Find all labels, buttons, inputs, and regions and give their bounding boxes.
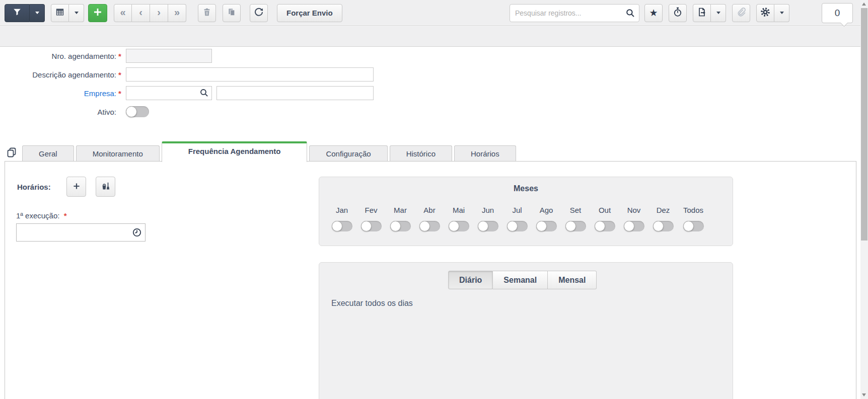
filter-button[interactable] <box>5 4 30 22</box>
tab-historico[interactable]: Histórico <box>390 145 452 162</box>
clear-horarios-button[interactable] <box>96 177 115 197</box>
month-jun: Jun <box>473 206 502 231</box>
month-toggle-mai[interactable] <box>449 221 469 231</box>
ativo-toggle[interactable] <box>126 106 149 117</box>
first-record-button[interactable]: « <box>114 4 132 22</box>
month-toggle-set[interactable] <box>565 221 586 231</box>
month-toggle-abr[interactable] <box>419 221 440 231</box>
tab-label: Diário <box>459 276 482 284</box>
settings-split-button <box>756 4 789 22</box>
tab-mensal[interactable]: Mensal <box>548 271 597 289</box>
add-record-button[interactable] <box>88 4 107 22</box>
month-toggle-ago[interactable] <box>536 221 557 231</box>
tab-geral[interactable]: Geral <box>22 145 74 162</box>
month-toggle-jul[interactable] <box>507 221 528 231</box>
primeira-execucao-input[interactable] <box>16 223 146 242</box>
month-toggle-mar[interactable] <box>390 221 411 231</box>
month-label: Abr <box>415 206 444 215</box>
empresa-name-input[interactable] <box>216 86 374 100</box>
vertical-scrollbar[interactable] <box>860 0 868 399</box>
month-toggle-dez[interactable] <box>653 221 674 231</box>
nro-agendamento-input[interactable] <box>126 49 212 63</box>
delete-button[interactable] <box>198 4 216 22</box>
form-row-empresa: Empresa: * <box>0 86 853 100</box>
month-set: Set <box>561 206 590 231</box>
filter-icon <box>13 8 22 18</box>
settings-button[interactable] <box>756 4 774 22</box>
required-marker: * <box>64 211 67 220</box>
tab-label: Horários <box>471 149 499 158</box>
primeira-execucao-wrap <box>16 223 146 242</box>
timer-button[interactable] <box>669 4 687 22</box>
descricao-agendamento-label: Descrição agendamento: <box>32 70 116 79</box>
ativo-label: Ativo: <box>97 108 116 116</box>
tab-horarios[interactable]: Horários <box>454 145 516 162</box>
next-record-button[interactable]: › <box>150 4 168 22</box>
month-toggle-jan[interactable] <box>332 221 352 231</box>
refresh-button[interactable] <box>250 4 268 22</box>
export-button[interactable] <box>693 4 711 22</box>
descricao-agendamento-input[interactable] <box>126 67 374 82</box>
form-row-ativo: Ativo: <box>0 105 853 119</box>
copy-icon <box>227 8 236 18</box>
settings-dropdown-button[interactable] <box>774 4 789 22</box>
empresa-lookup-wrap <box>126 86 212 100</box>
last-record-button[interactable]: » <box>168 4 186 22</box>
periodicidade-panel: Diário Semanal Mensal Executar todos os … <box>319 262 733 399</box>
search-input[interactable] <box>510 4 639 22</box>
attachment-button[interactable] <box>732 4 750 22</box>
gear-icon <box>760 7 770 19</box>
first-icon: « <box>120 7 125 18</box>
month-mar: Mar <box>386 206 415 231</box>
month-toggle-todos[interactable] <box>683 221 704 231</box>
caret-down-icon <box>716 12 720 14</box>
tab-monitoramento[interactable]: Monitoramento <box>76 145 160 162</box>
app-window: « ‹ › » Forçar Envio <box>0 0 868 399</box>
grid-split-button <box>51 4 84 22</box>
horarios-label: Horários: <box>17 183 51 191</box>
export-dropdown-button[interactable] <box>711 4 726 22</box>
tab-label: Monitoramento <box>93 149 143 158</box>
search-icon[interactable] <box>199 88 209 100</box>
empresa-label-link[interactable]: Empresa: <box>84 89 116 98</box>
month-label: Set <box>561 206 590 215</box>
tab-frequencia-agendamento[interactable]: Frequência Agendamento <box>162 141 308 162</box>
scroll-down-icon[interactable] <box>862 393 866 396</box>
month-mai: Mai <box>444 206 473 231</box>
month-toggle-out[interactable] <box>595 221 615 231</box>
meses-panel: Meses Jan Fev Mar Abr Mai Jun Jul Ago Se… <box>319 177 733 246</box>
record-form: Nro. agendamento: * Descrição agendament… <box>0 49 853 123</box>
force-send-button[interactable]: Forçar Envio <box>277 4 342 22</box>
ativo-label-wrap: Ativo: <box>0 108 126 116</box>
filter-split-button <box>5 4 45 22</box>
subheader-bar <box>0 27 868 47</box>
duplicate-tab-icon[interactable] <box>6 147 17 158</box>
tab-configuracao[interactable]: Configuração <box>309 145 387 162</box>
next-icon: › <box>157 7 161 18</box>
scrollbar-thumb[interactable] <box>861 8 867 241</box>
file-export-icon <box>697 7 707 19</box>
form-row-descricao: Descrição agendamento: * <box>0 67 853 82</box>
caret-down-icon <box>35 12 39 14</box>
month-label: Todos <box>678 206 709 215</box>
main-toolbar: « ‹ › » Forçar Envio <box>0 0 868 26</box>
scroll-up-icon[interactable] <box>862 3 866 6</box>
month-label: Mai <box>444 206 473 215</box>
filter-dropdown-button[interactable] <box>30 4 45 22</box>
month-label: Mar <box>386 206 415 215</box>
month-toggle-jun[interactable] <box>478 221 498 231</box>
month-toggle-nov[interactable] <box>624 221 644 231</box>
month-toggle-fev[interactable] <box>361 221 382 231</box>
month-todos: Todos <box>678 206 709 231</box>
copy-button[interactable] <box>223 4 241 22</box>
add-horario-button[interactable] <box>66 177 86 197</box>
clock-icon[interactable] <box>132 227 142 240</box>
month-label: Ago <box>532 206 561 215</box>
favorite-button[interactable]: ★ <box>644 4 663 22</box>
grid-view-button[interactable] <box>51 4 69 22</box>
tab-diario[interactable]: Diário <box>448 271 493 289</box>
tab-semanal[interactable]: Semanal <box>493 271 548 289</box>
nro-agendamento-label: Nro. agendamento: <box>52 52 116 60</box>
previous-record-button[interactable]: ‹ <box>132 4 150 22</box>
grid-view-dropdown-button[interactable] <box>69 4 84 22</box>
